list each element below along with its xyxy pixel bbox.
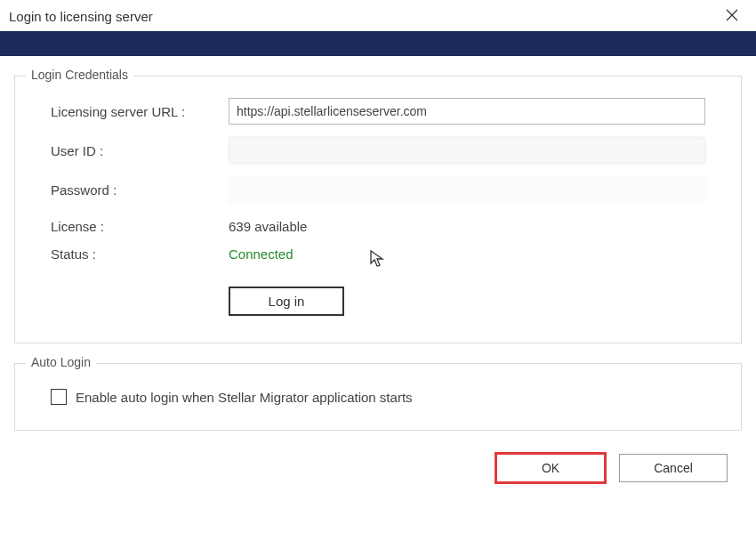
footer: OK Cancel [14,450,742,482]
url-input[interactable] [229,98,705,125]
user-label: User ID : [51,143,229,158]
cancel-button[interactable]: Cancel [619,454,728,482]
close-icon[interactable] [720,7,744,26]
login-button[interactable]: Log in [229,287,344,316]
titlebar: Login to licensing server [0,0,756,31]
license-value: 639 available [229,219,307,234]
auto-login-label: Enable auto login when Stellar Migrator … [76,390,413,405]
window-title: Login to licensing server [9,9,153,24]
url-label: Licensing server URL : [51,104,229,119]
status-row: Status : Connected [51,246,705,262]
ok-button[interactable]: OK [496,454,605,482]
user-row: User ID : [51,137,705,164]
password-label: Password : [51,182,229,198]
login-button-row: Log in [51,287,705,316]
auto-login-legend: Auto Login [26,355,96,369]
login-credentials-group: Login Credentials Licensing server URL :… [14,76,742,343]
dialog-content: Login Credentials Licensing server URL :… [0,56,756,491]
license-row: License : 639 available [51,219,705,234]
auto-login-row: Enable auto login when Stellar Migrator … [51,389,705,405]
status-value: Connected [229,246,294,262]
url-row: Licensing server URL : [51,98,705,125]
user-input[interactable] [229,137,705,164]
header-bar [0,31,756,56]
auto-login-group: Auto Login Enable auto login when Stella… [14,363,742,431]
auto-login-checkbox[interactable] [51,389,67,405]
status-label: Status : [51,246,229,262]
password-row: Password : [51,176,705,203]
password-input[interactable] [229,176,705,203]
license-label: License : [51,219,229,234]
login-credentials-legend: Login Credentials [26,68,133,82]
